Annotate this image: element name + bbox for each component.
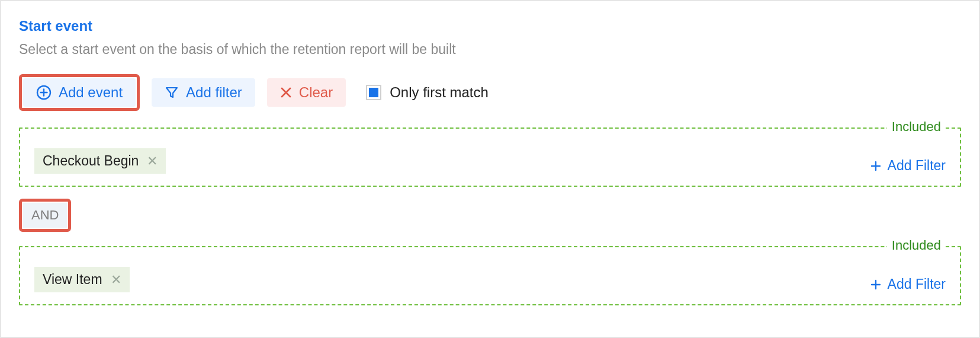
funnel-icon [165,85,179,100]
clear-button[interactable]: Clear [267,78,346,107]
event-add-filter-label: Add Filter [888,276,946,292]
highlight-add-event: Add event [19,74,140,111]
logic-operator-label: AND [31,208,59,222]
only-first-match-label: Only first match [390,84,489,101]
add-event-button[interactable]: Add event [23,78,136,107]
highlight-logic-operator: AND [19,199,71,232]
event-block-legend: Included [887,238,946,253]
only-first-match-toggle[interactable]: Only first match [366,84,489,101]
close-icon[interactable]: ✕ [147,154,158,169]
event-block: Included View Item ✕ Add Filter [19,246,961,305]
event-chip-label: View Item [43,272,102,288]
event-add-filter-label: Add Filter [888,158,946,174]
add-event-label: Add event [59,84,123,101]
checkbox-icon [366,85,381,100]
event-chip[interactable]: Checkout Begin ✕ [34,148,166,174]
section-subtitle: Select a start event on the basis of whi… [19,42,961,58]
toolbar: Add event Add filter Clear Only first ma… [19,74,961,111]
logic-row: AND [19,199,961,232]
section-title: Start event [19,18,961,34]
add-filter-button[interactable]: Add filter [152,78,255,107]
event-block-legend: Included [887,119,946,135]
event-add-filter-button[interactable]: Add Filter [870,276,946,292]
event-chip[interactable]: View Item ✕ [34,267,130,292]
close-icon[interactable]: ✕ [111,272,121,288]
add-filter-label: Add filter [186,84,242,101]
event-chip-label: Checkout Begin [43,153,139,169]
start-event-panel: Start event Select a start event on the … [0,0,980,338]
plus-icon [870,160,882,172]
plus-circle-icon [36,85,52,100]
event-add-filter-button[interactable]: Add Filter [870,158,946,174]
logic-operator-chip[interactable]: AND [23,203,67,228]
event-block: Included Checkout Begin ✕ Add Filter [19,127,961,187]
clear-label: Clear [299,84,333,101]
x-icon [280,87,292,98]
plus-icon [870,279,882,291]
